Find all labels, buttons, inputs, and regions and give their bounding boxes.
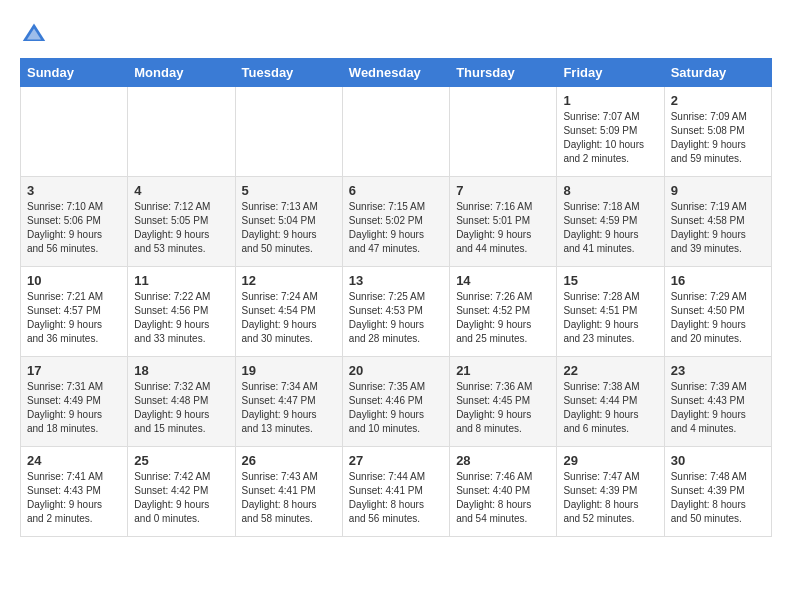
calendar-cell: 21Sunrise: 7:36 AM Sunset: 4:45 PM Dayli… bbox=[450, 357, 557, 447]
calendar-cell: 26Sunrise: 7:43 AM Sunset: 4:41 PM Dayli… bbox=[235, 447, 342, 537]
day-number: 30 bbox=[671, 453, 765, 468]
day-number: 18 bbox=[134, 363, 228, 378]
day-number: 14 bbox=[456, 273, 550, 288]
day-info: Sunrise: 7:32 AM Sunset: 4:48 PM Dayligh… bbox=[134, 380, 228, 436]
weekday-header-sunday: Sunday bbox=[21, 59, 128, 87]
day-number: 17 bbox=[27, 363, 121, 378]
day-number: 20 bbox=[349, 363, 443, 378]
day-info: Sunrise: 7:36 AM Sunset: 4:45 PM Dayligh… bbox=[456, 380, 550, 436]
day-number: 23 bbox=[671, 363, 765, 378]
day-info: Sunrise: 7:09 AM Sunset: 5:08 PM Dayligh… bbox=[671, 110, 765, 166]
day-number: 9 bbox=[671, 183, 765, 198]
day-info: Sunrise: 7:12 AM Sunset: 5:05 PM Dayligh… bbox=[134, 200, 228, 256]
day-info: Sunrise: 7:48 AM Sunset: 4:39 PM Dayligh… bbox=[671, 470, 765, 526]
logo-icon bbox=[20, 20, 48, 48]
calendar-cell: 15Sunrise: 7:28 AM Sunset: 4:51 PM Dayli… bbox=[557, 267, 664, 357]
day-info: Sunrise: 7:07 AM Sunset: 5:09 PM Dayligh… bbox=[563, 110, 657, 166]
calendar-cell: 30Sunrise: 7:48 AM Sunset: 4:39 PM Dayli… bbox=[664, 447, 771, 537]
day-number: 15 bbox=[563, 273, 657, 288]
calendar-cell: 9Sunrise: 7:19 AM Sunset: 4:58 PM Daylig… bbox=[664, 177, 771, 267]
calendar-cell: 4Sunrise: 7:12 AM Sunset: 5:05 PM Daylig… bbox=[128, 177, 235, 267]
day-info: Sunrise: 7:19 AM Sunset: 4:58 PM Dayligh… bbox=[671, 200, 765, 256]
calendar-cell bbox=[128, 87, 235, 177]
day-number: 3 bbox=[27, 183, 121, 198]
day-info: Sunrise: 7:46 AM Sunset: 4:40 PM Dayligh… bbox=[456, 470, 550, 526]
calendar-cell bbox=[450, 87, 557, 177]
calendar-cell: 7Sunrise: 7:16 AM Sunset: 5:01 PM Daylig… bbox=[450, 177, 557, 267]
day-number: 12 bbox=[242, 273, 336, 288]
calendar-week-3: 10Sunrise: 7:21 AM Sunset: 4:57 PM Dayli… bbox=[21, 267, 772, 357]
calendar-cell: 22Sunrise: 7:38 AM Sunset: 4:44 PM Dayli… bbox=[557, 357, 664, 447]
weekday-header-wednesday: Wednesday bbox=[342, 59, 449, 87]
calendar-week-1: 1Sunrise: 7:07 AM Sunset: 5:09 PM Daylig… bbox=[21, 87, 772, 177]
weekday-header-saturday: Saturday bbox=[664, 59, 771, 87]
day-number: 28 bbox=[456, 453, 550, 468]
calendar-cell: 16Sunrise: 7:29 AM Sunset: 4:50 PM Dayli… bbox=[664, 267, 771, 357]
day-info: Sunrise: 7:43 AM Sunset: 4:41 PM Dayligh… bbox=[242, 470, 336, 526]
day-info: Sunrise: 7:44 AM Sunset: 4:41 PM Dayligh… bbox=[349, 470, 443, 526]
calendar-body: 1Sunrise: 7:07 AM Sunset: 5:09 PM Daylig… bbox=[21, 87, 772, 537]
day-info: Sunrise: 7:28 AM Sunset: 4:51 PM Dayligh… bbox=[563, 290, 657, 346]
calendar-cell: 17Sunrise: 7:31 AM Sunset: 4:49 PM Dayli… bbox=[21, 357, 128, 447]
calendar-cell: 13Sunrise: 7:25 AM Sunset: 4:53 PM Dayli… bbox=[342, 267, 449, 357]
calendar-cell: 5Sunrise: 7:13 AM Sunset: 5:04 PM Daylig… bbox=[235, 177, 342, 267]
calendar-cell: 11Sunrise: 7:22 AM Sunset: 4:56 PM Dayli… bbox=[128, 267, 235, 357]
calendar-cell: 3Sunrise: 7:10 AM Sunset: 5:06 PM Daylig… bbox=[21, 177, 128, 267]
day-info: Sunrise: 7:16 AM Sunset: 5:01 PM Dayligh… bbox=[456, 200, 550, 256]
day-number: 16 bbox=[671, 273, 765, 288]
calendar-week-5: 24Sunrise: 7:41 AM Sunset: 4:43 PM Dayli… bbox=[21, 447, 772, 537]
day-number: 22 bbox=[563, 363, 657, 378]
day-number: 19 bbox=[242, 363, 336, 378]
day-info: Sunrise: 7:25 AM Sunset: 4:53 PM Dayligh… bbox=[349, 290, 443, 346]
day-info: Sunrise: 7:31 AM Sunset: 4:49 PM Dayligh… bbox=[27, 380, 121, 436]
weekday-header-tuesday: Tuesday bbox=[235, 59, 342, 87]
calendar-cell: 2Sunrise: 7:09 AM Sunset: 5:08 PM Daylig… bbox=[664, 87, 771, 177]
day-info: Sunrise: 7:21 AM Sunset: 4:57 PM Dayligh… bbox=[27, 290, 121, 346]
calendar-cell: 8Sunrise: 7:18 AM Sunset: 4:59 PM Daylig… bbox=[557, 177, 664, 267]
day-info: Sunrise: 7:26 AM Sunset: 4:52 PM Dayligh… bbox=[456, 290, 550, 346]
day-info: Sunrise: 7:13 AM Sunset: 5:04 PM Dayligh… bbox=[242, 200, 336, 256]
calendar-cell: 25Sunrise: 7:42 AM Sunset: 4:42 PM Dayli… bbox=[128, 447, 235, 537]
day-number: 13 bbox=[349, 273, 443, 288]
day-number: 5 bbox=[242, 183, 336, 198]
day-number: 26 bbox=[242, 453, 336, 468]
day-number: 2 bbox=[671, 93, 765, 108]
calendar-cell: 18Sunrise: 7:32 AM Sunset: 4:48 PM Dayli… bbox=[128, 357, 235, 447]
day-number: 4 bbox=[134, 183, 228, 198]
day-number: 21 bbox=[456, 363, 550, 378]
day-number: 10 bbox=[27, 273, 121, 288]
calendar-cell: 14Sunrise: 7:26 AM Sunset: 4:52 PM Dayli… bbox=[450, 267, 557, 357]
calendar-cell: 29Sunrise: 7:47 AM Sunset: 4:39 PM Dayli… bbox=[557, 447, 664, 537]
calendar-cell: 12Sunrise: 7:24 AM Sunset: 4:54 PM Dayli… bbox=[235, 267, 342, 357]
day-number: 1 bbox=[563, 93, 657, 108]
calendar-cell bbox=[21, 87, 128, 177]
calendar-week-2: 3Sunrise: 7:10 AM Sunset: 5:06 PM Daylig… bbox=[21, 177, 772, 267]
day-info: Sunrise: 7:38 AM Sunset: 4:44 PM Dayligh… bbox=[563, 380, 657, 436]
day-info: Sunrise: 7:42 AM Sunset: 4:42 PM Dayligh… bbox=[134, 470, 228, 526]
calendar-cell: 19Sunrise: 7:34 AM Sunset: 4:47 PM Dayli… bbox=[235, 357, 342, 447]
day-info: Sunrise: 7:47 AM Sunset: 4:39 PM Dayligh… bbox=[563, 470, 657, 526]
day-info: Sunrise: 7:22 AM Sunset: 4:56 PM Dayligh… bbox=[134, 290, 228, 346]
page-header bbox=[20, 20, 772, 48]
calendar-cell: 20Sunrise: 7:35 AM Sunset: 4:46 PM Dayli… bbox=[342, 357, 449, 447]
day-info: Sunrise: 7:18 AM Sunset: 4:59 PM Dayligh… bbox=[563, 200, 657, 256]
calendar-cell: 6Sunrise: 7:15 AM Sunset: 5:02 PM Daylig… bbox=[342, 177, 449, 267]
calendar-cell: 1Sunrise: 7:07 AM Sunset: 5:09 PM Daylig… bbox=[557, 87, 664, 177]
calendar-cell bbox=[342, 87, 449, 177]
day-info: Sunrise: 7:15 AM Sunset: 5:02 PM Dayligh… bbox=[349, 200, 443, 256]
weekday-header-thursday: Thursday bbox=[450, 59, 557, 87]
day-info: Sunrise: 7:34 AM Sunset: 4:47 PM Dayligh… bbox=[242, 380, 336, 436]
day-info: Sunrise: 7:10 AM Sunset: 5:06 PM Dayligh… bbox=[27, 200, 121, 256]
calendar-cell: 10Sunrise: 7:21 AM Sunset: 4:57 PM Dayli… bbox=[21, 267, 128, 357]
day-number: 24 bbox=[27, 453, 121, 468]
calendar-cell: 28Sunrise: 7:46 AM Sunset: 4:40 PM Dayli… bbox=[450, 447, 557, 537]
calendar-cell: 24Sunrise: 7:41 AM Sunset: 4:43 PM Dayli… bbox=[21, 447, 128, 537]
calendar-table: SundayMondayTuesdayWednesdayThursdayFrid… bbox=[20, 58, 772, 537]
calendar-cell: 23Sunrise: 7:39 AM Sunset: 4:43 PM Dayli… bbox=[664, 357, 771, 447]
weekday-header-row: SundayMondayTuesdayWednesdayThursdayFrid… bbox=[21, 59, 772, 87]
weekday-header-monday: Monday bbox=[128, 59, 235, 87]
calendar-cell bbox=[235, 87, 342, 177]
day-number: 25 bbox=[134, 453, 228, 468]
logo bbox=[20, 20, 52, 48]
day-number: 7 bbox=[456, 183, 550, 198]
